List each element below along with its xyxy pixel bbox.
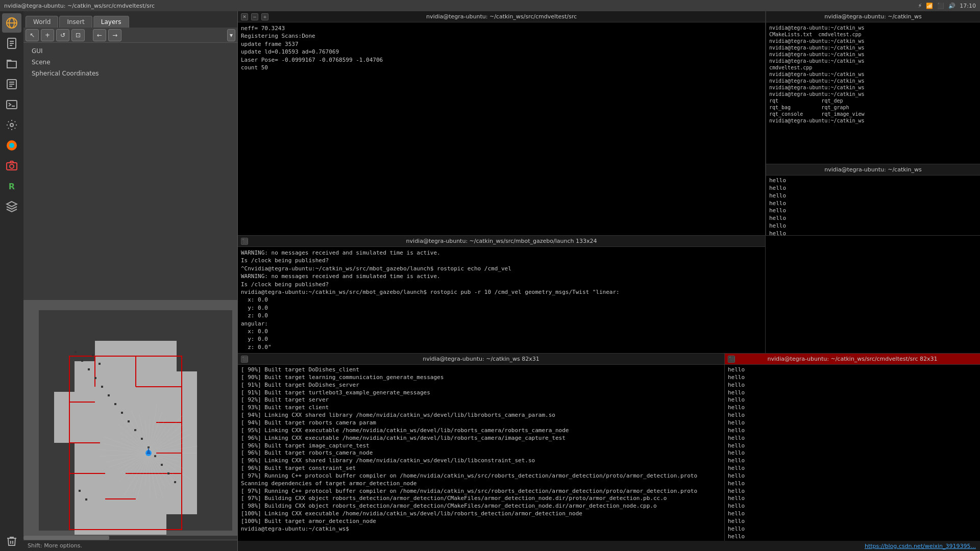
term2-icon: ⬛	[241, 238, 248, 245]
terminal-right: nvidia@tegra-ubuntu: ~/catkin_ws nvidia@…	[766, 11, 980, 235]
volume-icon: 🔊	[948, 3, 955, 9]
undo-button[interactable]: ←	[93, 29, 106, 41]
terminal-bottom-left: ⬛ nvidia@tegra-ubuntu: ~/catkin_ws 82x31…	[238, 354, 725, 541]
mid-left-terminal: ⬛ nvidia@tegra-ubuntu: ~/catkin_ws/src/m…	[238, 236, 766, 353]
toolbar: ↖ + ↺ ⊡ ← → ▾	[23, 28, 237, 43]
sidebar-icon-r[interactable]: R	[2, 177, 21, 196]
tbl-icon: ⬛	[241, 356, 248, 363]
topbar-left: nvidia@tegra-ubuntu: ~/catkin_ws/src/cmd…	[4, 3, 155, 9]
icon-sidebar: R	[0, 11, 23, 551]
measure-tool-button[interactable]: ⊡	[71, 29, 85, 41]
sidebar-icon-terminal[interactable]	[2, 95, 21, 114]
terminal-right-bottom-content[interactable]: hello hello hello hello hello hello hell…	[766, 176, 980, 235]
footer-bar: https://blog.csdn.net/weixin_3919395...	[238, 541, 980, 551]
panel-tabs: World Insert Layers	[23, 11, 237, 28]
terminal-bottom-section: ⬛ nvidia@tegra-ubuntu: ~/catkin_ws 82x31…	[238, 354, 980, 541]
terminal2-title: nvidia@tegra-ubuntu: ~/catkin_ws/src/mbo…	[406, 238, 597, 244]
sidebar-icon-globe[interactable]	[2, 13, 21, 33]
menu-item-scene[interactable]: Scene	[28, 57, 233, 67]
terminal-right-top-content[interactable]: nvidia@tegra-ubuntu:~/catkin_ws CMakeLis…	[766, 22, 980, 126]
sidebar-icon-file[interactable]	[2, 34, 21, 53]
map-scrollbar[interactable]	[23, 536, 237, 540]
term-plus[interactable]: +	[261, 13, 268, 20]
terminal1-titlebar: ✕ − + nvidia@tegra-ubuntu: ~/catkin_ws/s…	[238, 11, 765, 22]
terminal-bottom-left-title: nvidia@tegra-ubuntu: ~/catkin_ws 82x31	[423, 356, 540, 362]
menu-item-gui[interactable]: GUI	[28, 46, 233, 56]
terminal-right-bottom: nvidia@tegra-ubuntu: ~/catkin_ws hello h…	[766, 164, 980, 235]
terminal-top-section: ✕ − + nvidia@tegra-ubuntu: ~/catkin_ws/s…	[238, 11, 980, 236]
mid-right-spacer	[766, 236, 980, 353]
statusbar-text: Shift: More options.	[28, 542, 82, 549]
tbr-controls: ⬛	[728, 356, 735, 363]
term-min[interactable]: −	[251, 13, 258, 20]
svg-point-15	[9, 143, 14, 148]
sidebar-icon-trash[interactable]	[2, 532, 21, 551]
sidebar-icon-list[interactable]	[2, 74, 21, 94]
options-button[interactable]: ▾	[227, 29, 235, 41]
terminal-bottom-right-content[interactable]: hello hello hello hello hello hello hell…	[725, 365, 980, 541]
sidebar-icon-firefox[interactable]	[2, 136, 21, 155]
reset-tool-button[interactable]: ↺	[56, 29, 69, 41]
topbar-right: ⚡ 📶 ⬛ 🔊 17:10	[918, 3, 976, 9]
topbar: nvidia@tegra-ubuntu: ~/catkin_ws/src/cmd…	[0, 0, 980, 11]
topbar-title: nvidia@tegra-ubuntu: ~/catkin_ws/src/cmd…	[4, 3, 155, 9]
tbr-icon: ⬛	[728, 356, 735, 363]
bluetooth2-icon: ⬛	[937, 3, 944, 9]
sidebar-icon-folder[interactable]	[2, 54, 21, 73]
terminal-bottom-right-titlebar: ⬛ nvidia@tegra-ubuntu: ~/catkin_ws/src/c…	[725, 354, 980, 365]
sidebar-icon-box[interactable]	[2, 197, 21, 216]
statusbar: Shift: More options.	[23, 540, 237, 551]
terminal-right-bottom-title: nvidia@tegra-ubuntu: ~/catkin_ws	[824, 166, 922, 173]
tab-insert[interactable]: Insert	[59, 16, 92, 28]
bluetooth1-icon: ⚡	[918, 3, 922, 9]
map-canvas	[23, 300, 237, 551]
main-layout: R World Insert Layers ↖ + ↺	[0, 11, 980, 551]
tbl-controls: ⬛	[241, 356, 248, 363]
tab-world[interactable]: World	[26, 16, 58, 28]
terminal-right-top: nvidia@tegra-ubuntu: ~/catkin_ws nvidia@…	[766, 11, 980, 164]
terminal1-content[interactable]: neff= 70.3243 Registering Scans:Done upd…	[238, 22, 765, 235]
map-scrollbar-thumb[interactable]	[23, 536, 109, 540]
terminal-area: ✕ − + nvidia@tegra-ubuntu: ~/catkin_ws/s…	[238, 11, 980, 551]
map-view[interactable]: Shift: More options.	[23, 300, 237, 551]
terminal-bottom-right: ⬛ nvidia@tegra-ubuntu: ~/catkin_ws/src/c…	[725, 354, 980, 541]
footer-link[interactable]: https://blog.csdn.net/weixin_3919395...	[865, 543, 976, 549]
network-icon: 📶	[926, 3, 933, 9]
tab-layers[interactable]: Layers	[93, 16, 129, 28]
sidebar-icon-gear[interactable]	[2, 115, 21, 135]
term-close[interactable]: ✕	[241, 13, 248, 20]
terminal2-content[interactable]: WARNING: no messages received and simula…	[238, 247, 765, 353]
terminal-right-top-title: nvidia@tegra-ubuntu: ~/catkin_ws	[824, 13, 922, 20]
redo-button[interactable]: →	[108, 29, 121, 41]
svg-rect-11	[7, 101, 17, 109]
clock: 17:10	[960, 3, 976, 9]
terminal1-title: nvidia@tegra-ubuntu: ~/catkin_ws/src/cmd…	[426, 13, 577, 20]
add-tool-button[interactable]: +	[41, 29, 54, 41]
menu-item-spherical[interactable]: Spherical Coordinates	[28, 68, 233, 79]
panel-area: World Insert Layers ↖ + ↺ ⊡ ← → ▾ GUI Sc…	[23, 11, 238, 551]
select-tool-button[interactable]: ↖	[26, 29, 39, 41]
svg-point-17	[10, 164, 14, 168]
mid-terminal-section: ⬛ nvidia@tegra-ubuntu: ~/catkin_ws/src/m…	[238, 236, 980, 354]
terminal1-controls: ✕ − +	[241, 13, 268, 20]
terminal-bottom-left-content[interactable]: [ 90%] Built target DoDishes_client [ 90…	[238, 365, 724, 541]
terminal-right-bottom-titlebar: nvidia@tegra-ubuntu: ~/catkin_ws	[766, 164, 980, 176]
sidebar-icon-camera[interactable]	[2, 156, 21, 176]
terminal-right-top-titlebar: nvidia@tegra-ubuntu: ~/catkin_ws	[766, 11, 980, 22]
terminal-bottom-left-titlebar: ⬛ nvidia@tegra-ubuntu: ~/catkin_ws 82x31	[238, 354, 724, 365]
terminal2-controls: ⬛	[241, 238, 248, 245]
terminal-bottom-right-title: nvidia@tegra-ubuntu: ~/catkin_ws/src/cmd…	[767, 356, 937, 362]
panel-menu: GUI Scene Spherical Coordinates	[23, 43, 237, 300]
terminal-main: ✕ − + nvidia@tegra-ubuntu: ~/catkin_ws/s…	[238, 11, 766, 235]
terminal2-titlebar: ⬛ nvidia@tegra-ubuntu: ~/catkin_ws/src/m…	[238, 236, 765, 247]
svg-point-13	[10, 123, 13, 127]
